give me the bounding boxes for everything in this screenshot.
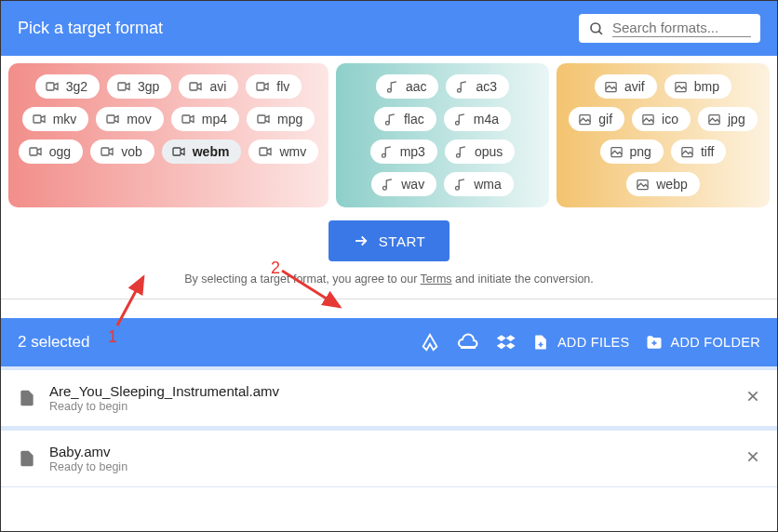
search-icon (588, 20, 605, 37)
dropbox-icon[interactable] (496, 332, 516, 352)
music-icon (455, 80, 469, 94)
format-flac[interactable]: flac (374, 107, 436, 131)
file-status: Ready to begin (49, 400, 732, 413)
video-icon (28, 144, 43, 159)
format-ico[interactable]: ico (632, 107, 691, 131)
add-file-icon (531, 333, 550, 352)
remove-file-button[interactable] (745, 389, 760, 408)
annotation-label-1: 1 (108, 327, 117, 347)
video-icon (105, 112, 120, 126)
format-vob[interactable]: vob (90, 140, 154, 164)
format-tiff[interactable]: tiff (671, 140, 727, 164)
image-icon (578, 113, 592, 126)
format-wmv[interactable]: wmv (248, 140, 318, 164)
music-icon (385, 80, 399, 94)
format-mp3[interactable]: mp3 (370, 140, 437, 164)
svg-rect-10 (30, 148, 37, 155)
video-icon (255, 79, 270, 94)
format-flv[interactable]: flv (246, 74, 302, 99)
cloud-icon[interactable] (457, 331, 479, 353)
video-icon (116, 79, 131, 94)
add-folder-icon (645, 333, 664, 352)
format-mpg[interactable]: mpg (247, 107, 315, 131)
image-icon (604, 80, 618, 94)
search-input[interactable] (612, 20, 751, 37)
close-icon (745, 449, 760, 464)
video-icon (181, 112, 195, 126)
svg-rect-12 (173, 148, 181, 155)
file-icon (18, 389, 36, 407)
gdrive-icon[interactable] (420, 332, 440, 352)
format-ogg[interactable]: ogg (19, 140, 83, 164)
format-webm[interactable]: webm (162, 140, 242, 164)
format-ac3[interactable]: ac3 (446, 74, 509, 99)
header: Pick a target format (1, 1, 777, 56)
format-avi[interactable]: avi (179, 74, 238, 99)
video-icon (256, 112, 271, 126)
format-jpg[interactable]: jpg (698, 107, 758, 131)
add-files-button[interactable]: ADD FILES (531, 333, 630, 352)
svg-point-0 (591, 23, 600, 33)
format-m4a[interactable]: m4a (444, 107, 511, 131)
format-aac[interactable]: aac (376, 74, 439, 99)
format-wav[interactable]: wav (371, 172, 436, 196)
start-button[interactable]: START (329, 220, 449, 261)
remove-file-button[interactable] (745, 449, 760, 469)
image-icon (707, 113, 721, 126)
format-mkv[interactable]: mkv (22, 107, 89, 131)
annotation-label-2: 2 (271, 259, 280, 278)
format-gif[interactable]: gif (569, 107, 624, 131)
format-3gp[interactable]: 3gp (107, 74, 171, 99)
format-webp[interactable]: webp (626, 172, 699, 196)
group-audio: aac ac3 flac m4a mp3 opus wav wma (336, 63, 549, 207)
svg-rect-4 (190, 83, 197, 90)
music-icon (453, 178, 467, 192)
music-icon (381, 178, 395, 192)
format-wma[interactable]: wma (444, 172, 514, 196)
music-icon (453, 113, 467, 126)
video-icon (171, 144, 186, 159)
selection-count: 2 selected (18, 333, 405, 352)
svg-rect-8 (182, 115, 190, 123)
file-name: Are_You_Sleeping_Instrumental.amv (49, 383, 732, 399)
selection-bar: 2 selected ADD FILES ADD FOLDER (1, 318, 777, 366)
file-name: Baby.amv (49, 444, 732, 459)
arrow-right-icon (353, 233, 369, 249)
image-icon (674, 80, 688, 94)
video-icon (45, 79, 60, 94)
music-icon (383, 113, 397, 126)
svg-rect-2 (47, 83, 54, 90)
image-icon (680, 145, 694, 159)
svg-rect-6 (34, 115, 41, 123)
svg-rect-7 (107, 115, 114, 123)
format-mp4[interactable]: mp4 (171, 107, 239, 131)
page-title: Pick a target format (18, 19, 163, 38)
svg-rect-13 (260, 148, 267, 155)
add-folder-button[interactable]: ADD FOLDER (645, 333, 760, 352)
svg-rect-5 (257, 83, 264, 90)
format-bmp[interactable]: bmp (664, 74, 731, 99)
image-icon (636, 178, 650, 192)
format-png[interactable]: png (600, 140, 664, 164)
file-row: Baby.amv Ready to begin (1, 431, 777, 487)
format-3g2[interactable]: 3g2 (35, 74, 100, 99)
file-status: Ready to begin (49, 460, 732, 473)
close-icon (745, 389, 760, 404)
music-icon (380, 145, 394, 159)
terms-text: By selecting a target format, you agree … (8, 273, 770, 286)
image-icon (610, 145, 624, 159)
video-icon (258, 144, 273, 159)
svg-rect-11 (101, 148, 109, 155)
group-video: 3g2 3gp avi flv mkv mov mp4 mpg ogg vob … (8, 63, 329, 207)
music-icon (454, 145, 468, 159)
image-icon (641, 113, 655, 126)
file-row: Are_You_Sleeping_Instrumental.amv Ready … (1, 370, 777, 427)
search-box[interactable] (579, 14, 760, 43)
svg-rect-3 (118, 83, 126, 90)
terms-link[interactable]: Terms (421, 273, 452, 286)
svg-line-1 (598, 31, 602, 34)
format-mov[interactable]: mov (96, 107, 163, 131)
format-opus[interactable]: opus (445, 140, 515, 164)
format-avif[interactable]: avif (595, 74, 657, 99)
group-image: avif bmp gif ico jpg png tiff webp (557, 63, 770, 207)
